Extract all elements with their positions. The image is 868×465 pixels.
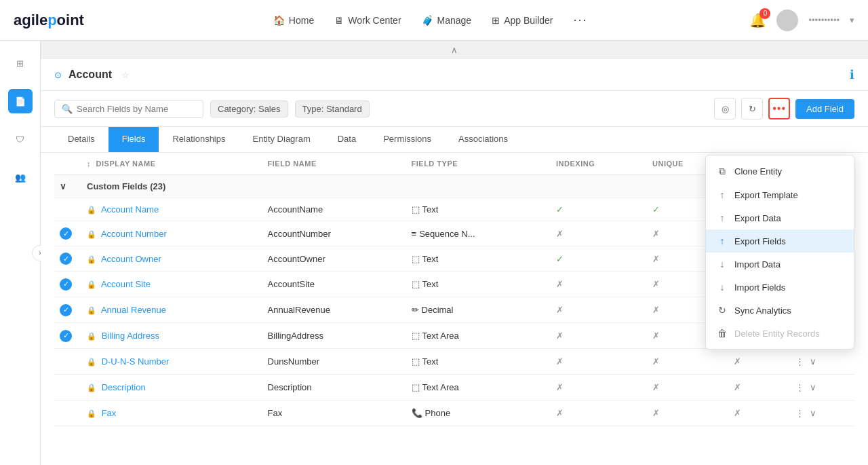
- field-name-link[interactable]: Account Site: [101, 279, 151, 289]
- field-name-link[interactable]: Account Number: [101, 229, 167, 239]
- row-checkbox-cell[interactable]: ✓: [54, 323, 81, 349]
- checked-checkbox[interactable]: ✓: [60, 278, 72, 291]
- checked-checkbox[interactable]: ✓: [60, 304, 72, 316]
- nav-more[interactable]: ···: [574, 13, 588, 27]
- add-field-button[interactable]: Add Field: [795, 99, 854, 119]
- field-type-cell: ✏Decimal: [406, 297, 551, 323]
- back-button[interactable]: ⊙: [54, 70, 62, 80]
- ellipsis-icon: •••: [772, 103, 786, 115]
- sidebar: ⊞ 📄 🛡 👥 ›: [0, 41, 41, 465]
- row-checkbox-cell[interactable]: ✓: [54, 221, 81, 246]
- logo-text: agilepoint: [14, 12, 84, 29]
- checked-checkbox[interactable]: ✓: [60, 330, 72, 342]
- export-template-menu-item[interactable]: ↑ Export Template: [706, 183, 854, 206]
- import-data-menu-item[interactable]: ↓ Import Data: [706, 253, 854, 276]
- page-header: ⊙ Account ☆ ℹ: [41, 59, 868, 91]
- actions-cell[interactable]: ⋮ ∨: [787, 375, 854, 401]
- more-options-button[interactable]: •••: [768, 98, 790, 119]
- field-name-link[interactable]: Fax: [102, 408, 117, 418]
- row-more-button[interactable]: ⋮: [793, 381, 807, 394]
- table-row: 🔒 Description Description ⬚Text Area ✗ ✗…: [54, 375, 854, 401]
- field-name-link[interactable]: Account Owner: [101, 254, 161, 264]
- settings-icon-button[interactable]: ◎: [714, 98, 736, 119]
- collapse-bar[interactable]: ∧: [41, 41, 868, 59]
- manage-icon: 🧳: [422, 15, 433, 26]
- chevron-down-icon[interactable]: ▾: [850, 15, 854, 25]
- sequence-icon: ≡: [412, 229, 417, 239]
- search-input[interactable]: [77, 104, 196, 114]
- nav-manage[interactable]: 🧳 Manage: [422, 15, 472, 26]
- upload-icon: ↑: [717, 236, 728, 246]
- tab-details[interactable]: Details: [54, 127, 108, 152]
- nav-home[interactable]: 🏠 Home: [273, 15, 314, 26]
- row-checkbox-cell[interactable]: [54, 198, 81, 221]
- favorite-star-icon[interactable]: ☆: [121, 70, 130, 80]
- field-name-link[interactable]: Billing Address: [102, 331, 159, 341]
- sidebar-item-users[interactable]: 👥: [8, 165, 33, 189]
- page-title: Account: [68, 69, 112, 81]
- check-icon: ✓: [652, 204, 660, 215]
- grid-icon: ⊞: [492, 15, 500, 26]
- checked-checkbox[interactable]: ✓: [60, 253, 72, 265]
- actions-cell[interactable]: ⋮ ∨: [787, 349, 854, 375]
- nav-workcenter[interactable]: 🖥 Work Center: [334, 15, 401, 26]
- notifications-bell[interactable]: 🔔 0: [749, 12, 766, 29]
- nav-workcenter-label: Work Center: [348, 15, 401, 26]
- row-checkbox-cell[interactable]: [54, 349, 81, 375]
- sort-icon[interactable]: ↕: [87, 160, 91, 168]
- import-data-label: Import Data: [734, 259, 781, 269]
- sync-analytics-label: Sync Analytics: [734, 305, 791, 316]
- user-avatar[interactable]: [776, 10, 798, 31]
- display-name-cell: 🔒 Account Name: [81, 198, 262, 221]
- field-name-link[interactable]: D-U-N-S Number: [102, 356, 170, 367]
- text-type-icon: ⬚: [412, 254, 420, 264]
- row-expand-button[interactable]: ∨: [810, 356, 816, 367]
- row-expand-button[interactable]: ∨: [810, 382, 816, 392]
- row-more-button[interactable]: ⋮: [793, 355, 807, 368]
- target-icon: ◎: [722, 104, 729, 114]
- row-expand-button[interactable]: ∨: [810, 408, 816, 418]
- field-name-link[interactable]: Annual Revenue: [101, 305, 166, 315]
- tab-permissions[interactable]: Permissions: [370, 127, 445, 152]
- indexing-cell: ✗: [551, 349, 647, 375]
- sync-analytics-menu-item[interactable]: ↻ Sync Analytics: [706, 299, 854, 322]
- clone-icon: ⧉: [717, 166, 728, 177]
- phone-icon: 📞: [412, 408, 422, 418]
- delete-entity-records-label: Delete Entity Records: [734, 329, 820, 339]
- checked-checkbox[interactable]: ✓: [60, 227, 72, 240]
- x-icon: ✗: [556, 331, 564, 341]
- x-icon: ✗: [652, 229, 660, 239]
- field-type-cell: ≡Sequence N...: [406, 221, 551, 246]
- row-checkbox-cell[interactable]: ✓: [54, 297, 81, 323]
- row-checkbox-cell[interactable]: ✓: [54, 272, 81, 297]
- tab-relationships[interactable]: Relationships: [159, 127, 239, 152]
- sidebar-item-security[interactable]: 🛡: [8, 127, 33, 151]
- import-fields-menu-item[interactable]: ↓ Import Fields: [706, 276, 854, 299]
- col-checkbox: [54, 153, 81, 175]
- monitor-icon: 🖥: [334, 15, 344, 26]
- refresh-button[interactable]: ↻: [741, 98, 763, 119]
- export-fields-menu-item[interactable]: ↑ Export Fields: [706, 229, 854, 253]
- group-toggle[interactable]: ∨: [54, 175, 81, 198]
- info-icon[interactable]: ℹ: [850, 67, 854, 82]
- users-icon: 👥: [15, 172, 26, 183]
- sidebar-item-dashboard[interactable]: ⊞: [8, 51, 33, 75]
- actions-cell[interactable]: ⋮ ∨: [787, 401, 854, 426]
- main-layout: ⊞ 📄 🛡 👥 › ∧ ⊙ Account ☆ ℹ: [0, 41, 868, 465]
- search-box[interactable]: 🔍: [54, 100, 203, 118]
- sidebar-item-entities[interactable]: 📄: [8, 89, 33, 113]
- row-checkbox-cell[interactable]: [54, 375, 81, 401]
- export-data-menu-item[interactable]: ↑ Export Data: [706, 206, 854, 229]
- row-checkbox-cell[interactable]: [54, 401, 81, 426]
- row-checkbox-cell[interactable]: ✓: [54, 246, 81, 272]
- tab-associations[interactable]: Associations: [445, 127, 521, 152]
- clone-entity-menu-item[interactable]: ⧉ Clone Entity: [706, 160, 854, 183]
- tab-data[interactable]: Data: [324, 127, 370, 152]
- row-more-button[interactable]: ⋮: [793, 407, 807, 420]
- tab-entity-diagram[interactable]: Entity Diagram: [239, 127, 323, 152]
- field-name-link[interactable]: Account Name: [101, 204, 159, 215]
- tab-fields[interactable]: Fields: [108, 127, 159, 152]
- display-name-cell: 🔒 Billing Address: [81, 323, 262, 349]
- field-name-link[interactable]: Description: [102, 382, 146, 392]
- nav-appbuilder[interactable]: ⊞ App Builder: [492, 15, 553, 26]
